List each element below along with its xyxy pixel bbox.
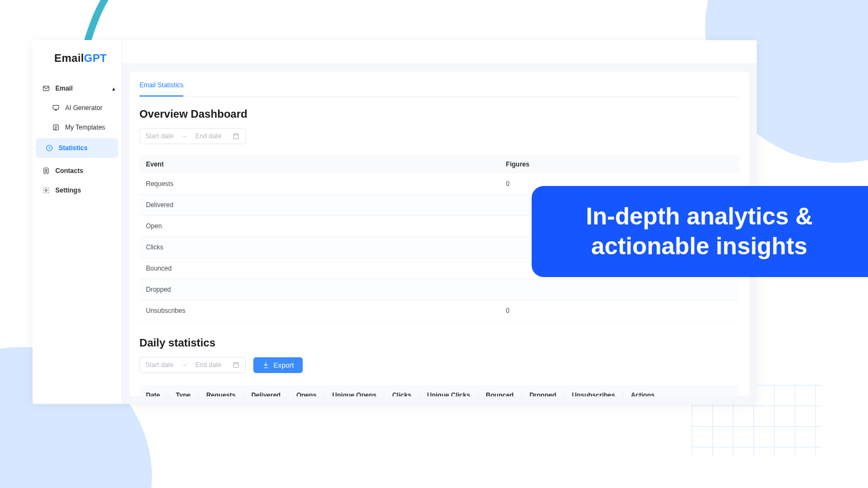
gear-icon: [42, 187, 50, 194]
col-event: Event: [139, 155, 500, 174]
daily-col-header: Unsubscribes: [572, 391, 623, 396]
cell-event: Delivered: [139, 195, 500, 216]
marketing-callout: In-depth analytics & actionable insights: [532, 186, 868, 277]
sidebar-label: Contacts: [55, 167, 83, 175]
daily-col-header: Unique Clicks: [427, 391, 478, 396]
top-bar: [122, 40, 757, 64]
daily-col-header: Date: [146, 391, 168, 396]
clock-icon: [46, 144, 53, 152]
sidebar-item-statistics[interactable]: Statistics: [36, 138, 118, 158]
daily-col-header: Actions: [631, 391, 662, 396]
calendar-icon: [232, 132, 240, 140]
monitor-icon: [52, 104, 60, 112]
calendar-icon: [232, 361, 240, 369]
overview-title: Overview Dashboard: [139, 108, 739, 120]
cell-event: Open: [139, 216, 500, 237]
brand-logo: EmailGPT: [33, 40, 122, 79]
table-row: Unsubscribes0: [139, 300, 739, 322]
daily-title: Daily statistics: [139, 337, 739, 349]
daily-col-header: Bounced: [486, 391, 522, 396]
mail-icon: [42, 85, 50, 92]
daily-col-header: Dropped: [529, 391, 564, 396]
cell-figures: [500, 279, 739, 300]
cell-event: Dropped: [139, 279, 500, 300]
cell-event: Requests: [139, 174, 500, 195]
sidebar-item-ai-generator[interactable]: AI Generator: [33, 98, 122, 118]
sidebar: EmailGPT Email ▴ AI Generator My Templat…: [33, 40, 122, 404]
tab-email-statistics[interactable]: Email Statistics: [139, 79, 183, 97]
export-label: Export: [273, 361, 294, 369]
contacts-icon: [42, 167, 50, 175]
sidebar-item-my-templates[interactable]: My Templates: [33, 118, 122, 137]
overview-date-range[interactable]: Start date → End date: [139, 128, 246, 144]
arrow-icon: →: [181, 361, 188, 369]
svg-rect-1: [53, 105, 59, 109]
svg-point-6: [45, 189, 47, 191]
sidebar-label: Statistics: [59, 144, 87, 152]
svg-rect-7: [233, 134, 238, 139]
tab-row: Email Statistics: [139, 79, 739, 97]
arrow-icon: →: [181, 132, 188, 140]
sidebar-item-email[interactable]: Email ▴: [33, 79, 122, 98]
sidebar-label: AI Generator: [65, 104, 103, 112]
download-icon: [262, 361, 270, 369]
cell-event: Unsubscribes: [139, 300, 500, 322]
daily-date-range[interactable]: Start date → End date: [139, 357, 246, 373]
sidebar-label: My Templates: [65, 124, 105, 131]
col-figures: Figures: [500, 155, 739, 174]
sidebar-item-settings[interactable]: Settings: [33, 181, 122, 200]
svg-rect-8: [233, 363, 238, 368]
daily-col-header: Delivered: [251, 391, 289, 396]
cell-event: Bounced: [139, 258, 500, 279]
table-row: Dropped: [139, 279, 739, 300]
daily-col-header: Unique Opens: [333, 391, 385, 396]
cell-event: Clicks: [139, 237, 500, 258]
sidebar-label: Settings: [55, 187, 81, 194]
daily-col-header: Opens: [296, 391, 324, 396]
sidebar-label: Email: [55, 85, 73, 92]
daily-col-header: Clicks: [392, 391, 419, 396]
list-icon: [52, 124, 60, 131]
daily-col-header: Requests: [206, 391, 244, 396]
cell-figures: 0: [500, 300, 739, 322]
daily-col-header: Type: [176, 391, 199, 396]
brand-left: Email: [54, 52, 84, 64]
daily-table-header: DateTypeRequestsDeliveredOpensUnique Ope…: [139, 385, 739, 396]
end-date-placeholder: End date: [195, 132, 221, 140]
export-button[interactable]: Export: [253, 357, 303, 373]
end-date-placeholder: End date: [195, 361, 221, 369]
start-date-placeholder: Start date: [145, 132, 174, 140]
start-date-placeholder: Start date: [145, 361, 174, 369]
brand-right: GPT: [84, 52, 107, 64]
chevron-up-icon: ▴: [112, 86, 115, 92]
svg-point-5: [46, 169, 47, 171]
sidebar-item-contacts[interactable]: Contacts: [33, 161, 122, 181]
